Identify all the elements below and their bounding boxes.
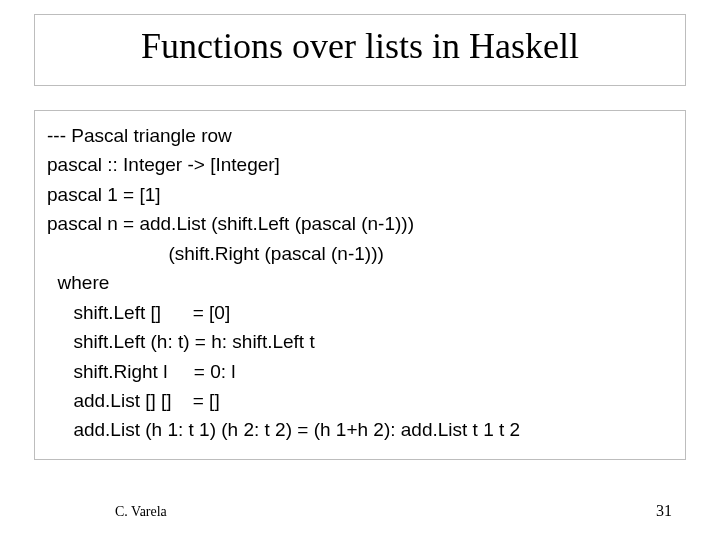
code-container: --- Pascal triangle row pascal :: Intege… — [34, 110, 686, 460]
code-line: pascal :: Integer -> [Integer] — [47, 150, 673, 179]
code-line: shift.Left (h: t) = h: shift.Left t — [47, 327, 673, 356]
code-line: pascal 1 = [1] — [47, 180, 673, 209]
code-line: --- Pascal triangle row — [47, 121, 673, 150]
code-line: shift.Right l = 0: l — [47, 357, 673, 386]
title-container: Functions over lists in Haskell — [34, 14, 686, 86]
slide-title: Functions over lists in Haskell — [141, 26, 579, 66]
code-line: pascal n = add.List (shift.Left (pascal … — [47, 209, 673, 238]
code-line: where — [47, 268, 673, 297]
footer-author: C. Varela — [115, 504, 167, 520]
code-line: (shift.Right (pascal (n-1))) — [47, 239, 673, 268]
footer-page-number: 31 — [656, 502, 672, 520]
code-line: add.List [] [] = [] — [47, 386, 673, 415]
code-line: shift.Left [] = [0] — [47, 298, 673, 327]
code-line: add.List (h 1: t 1) (h 2: t 2) = (h 1+h … — [47, 415, 673, 444]
